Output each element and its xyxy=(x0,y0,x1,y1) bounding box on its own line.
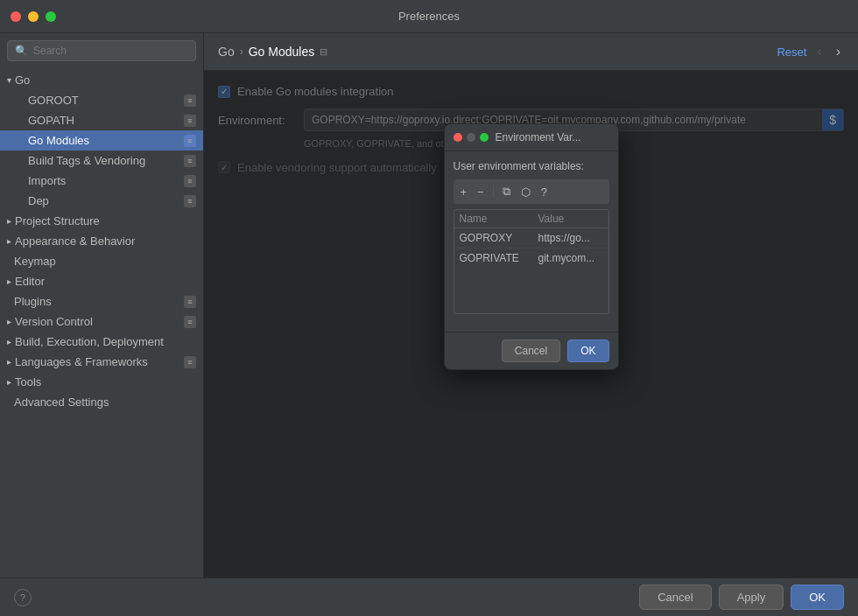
bottom-bar: ? Cancel Apply OK xyxy=(0,578,858,616)
chevron-right-icon: ▸ xyxy=(7,317,11,326)
ok-button[interactable]: OK xyxy=(791,584,844,610)
sidebar-item-label: Keymap xyxy=(14,255,56,268)
sidebar-item-label: Advanced Settings xyxy=(14,396,109,409)
content-header: Go › Go Modules ⊟ Reset ‹ › xyxy=(204,33,858,71)
chevron-right-icon: ▸ xyxy=(7,216,11,226)
dialog-overlay: Environment Var... User environment vari… xyxy=(204,71,858,578)
breadcrumb: Go › Go Modules ⊟ xyxy=(218,45,770,59)
sidebar-item-go[interactable]: ▾ Go xyxy=(0,70,203,90)
env-row-goprivate[interactable]: GOPRIVATE git.mycom... xyxy=(454,248,608,269)
sidebar-badge: ≡ xyxy=(184,115,196,127)
env-table-wrapper: Name Value GOPROXY https://go... xyxy=(454,209,609,314)
dialog-cancel-button[interactable]: Cancel xyxy=(502,340,560,362)
dialog-footer: Cancel OK xyxy=(445,332,618,369)
breadcrumb-parent: Go xyxy=(218,45,235,59)
search-box[interactable]: 🔍 xyxy=(7,40,196,61)
bottom-actions: Cancel Apply OK xyxy=(639,584,844,610)
dialog-body: User environment variables: + − ⧉ ⬡ ? xyxy=(445,151,618,332)
sidebar-item-label: Version Control xyxy=(15,315,93,328)
sidebar-item-label: Editor xyxy=(15,275,45,288)
chevron-right-icon: ▸ xyxy=(7,276,11,286)
sidebar-badge: ≡ xyxy=(184,175,196,187)
sidebar-item-build-tags[interactable]: Build Tags & Vendoring ≡ xyxy=(0,150,203,171)
sidebar-item-gopath[interactable]: GOPATH ≡ xyxy=(0,110,203,130)
reset-button[interactable]: Reset xyxy=(777,46,806,59)
sidebar-item-label: Build, Execution, Deployment xyxy=(15,335,164,348)
sidebar-badge: ≡ xyxy=(184,195,196,207)
sidebar-item-dep[interactable]: Dep ≡ xyxy=(0,191,203,211)
sidebar-item-appearance[interactable]: ▸ Appearance & Behavior xyxy=(0,231,203,251)
title-bar: Preferences xyxy=(0,0,858,33)
sidebar-item-label: Go Modules xyxy=(28,134,89,147)
env-row-goproxy[interactable]: GOPROXY https://go... xyxy=(454,228,608,248)
sidebar-item-label: Plugins xyxy=(14,295,52,308)
sidebar-badge: ≡ xyxy=(184,155,196,167)
nav-forward-button[interactable]: › xyxy=(833,42,844,61)
sidebar-badge: ≡ xyxy=(184,316,196,328)
copy-variable-button[interactable]: ⧉ xyxy=(499,183,514,200)
col-header-value: Value xyxy=(532,210,608,228)
dialog-subtitle: User environment variables: xyxy=(454,160,609,172)
env-table: Name Value GOPROXY https://go... xyxy=(454,210,608,268)
search-icon: 🔍 xyxy=(15,45,28,57)
sidebar-item-languages[interactable]: ▸ Languages & Frameworks ≡ xyxy=(0,352,203,372)
close-button[interactable] xyxy=(11,11,21,22)
env-name-goproxy: GOPROXY xyxy=(454,228,533,248)
sidebar-item-imports[interactable]: Imports ≡ xyxy=(0,171,203,191)
dialog-title-bar: Environment Var... xyxy=(445,124,618,151)
env-value-goprivate: git.mycom... xyxy=(532,248,608,269)
env-name-goprivate: GOPRIVATE xyxy=(454,248,533,269)
chevron-right-icon: ▸ xyxy=(7,236,11,246)
chevron-down-icon: ▾ xyxy=(7,75,11,85)
dialog-minimize-button[interactable] xyxy=(467,133,475,142)
chevron-right-icon: ▸ xyxy=(7,337,11,346)
sidebar-item-version-control[interactable]: ▸ Version Control ≡ xyxy=(0,312,203,332)
dialog-toolbar: + − ⧉ ⬡ ? xyxy=(454,179,609,204)
sidebar-item-plugins[interactable]: Plugins ≡ xyxy=(0,291,203,312)
nav-back-button[interactable]: ‹ xyxy=(813,42,825,61)
window-title: Preferences xyxy=(398,10,460,23)
window-controls xyxy=(11,11,56,22)
sidebar-item-label: GOPATH xyxy=(28,114,74,127)
content-body: ✓ Enable Go modules integration Environm… xyxy=(204,71,858,578)
sidebar-badge: ≡ xyxy=(184,94,196,107)
toolbar-divider xyxy=(493,186,494,198)
header-actions: Reset ‹ › xyxy=(777,42,844,61)
cancel-button[interactable]: Cancel xyxy=(639,584,711,610)
remove-variable-button[interactable]: − xyxy=(474,184,488,200)
add-variable-button[interactable]: + xyxy=(457,184,471,200)
sidebar-item-goroot[interactable]: GOROOT ≡ xyxy=(0,90,203,110)
help-button[interactable]: ? xyxy=(14,589,32,606)
breadcrumb-separator: › xyxy=(240,46,243,58)
environment-dialog: Environment Var... User environment vari… xyxy=(444,123,619,370)
sidebar-item-build-execution[interactable]: ▸ Build, Execution, Deployment xyxy=(0,332,203,352)
chevron-right-icon: ▸ xyxy=(7,377,11,387)
paste-variable-button[interactable]: ⬡ xyxy=(517,184,534,200)
dialog-ok-button[interactable]: OK xyxy=(567,340,608,362)
help-variable-button[interactable]: ? xyxy=(538,184,551,200)
sidebar-item-label: Go xyxy=(15,74,30,87)
sidebar-item-label: GOROOT xyxy=(28,94,79,107)
minimize-button[interactable] xyxy=(28,11,39,22)
sidebar-item-project-structure[interactable]: ▸ Project Structure xyxy=(0,211,203,231)
search-input[interactable] xyxy=(33,45,188,57)
col-header-name: Name xyxy=(454,210,533,228)
breadcrumb-current: Go Modules xyxy=(249,45,314,59)
maximize-button[interactable] xyxy=(46,11,56,22)
content-area: Go › Go Modules ⊟ Reset ‹ › ✓ Enable Go … xyxy=(204,33,858,578)
sidebar-item-label: Appearance & Behavior xyxy=(15,234,135,248)
dialog-maximize-button[interactable] xyxy=(480,133,489,142)
sidebar-item-label: Imports xyxy=(28,174,66,187)
sidebar-item-editor[interactable]: ▸ Editor xyxy=(0,271,203,291)
sidebar-badge: ≡ xyxy=(184,296,196,308)
sidebar-item-keymap[interactable]: Keymap xyxy=(0,251,203,271)
sidebar: 🔍 ▾ Go GOROOT ≡ GOPATH ≡ xyxy=(0,33,204,578)
env-value-goproxy: https://go... xyxy=(532,228,608,248)
sidebar-item-label: Tools xyxy=(15,375,41,388)
sidebar-item-tools[interactable]: ▸ Tools xyxy=(0,372,203,392)
apply-button[interactable]: Apply xyxy=(719,584,784,610)
dialog-close-button[interactable] xyxy=(454,133,462,142)
sidebar-item-label: Languages & Frameworks xyxy=(15,355,148,368)
sidebar-item-go-modules[interactable]: Go Modules ≡ xyxy=(0,130,203,150)
sidebar-item-advanced-settings[interactable]: Advanced Settings xyxy=(0,392,203,412)
